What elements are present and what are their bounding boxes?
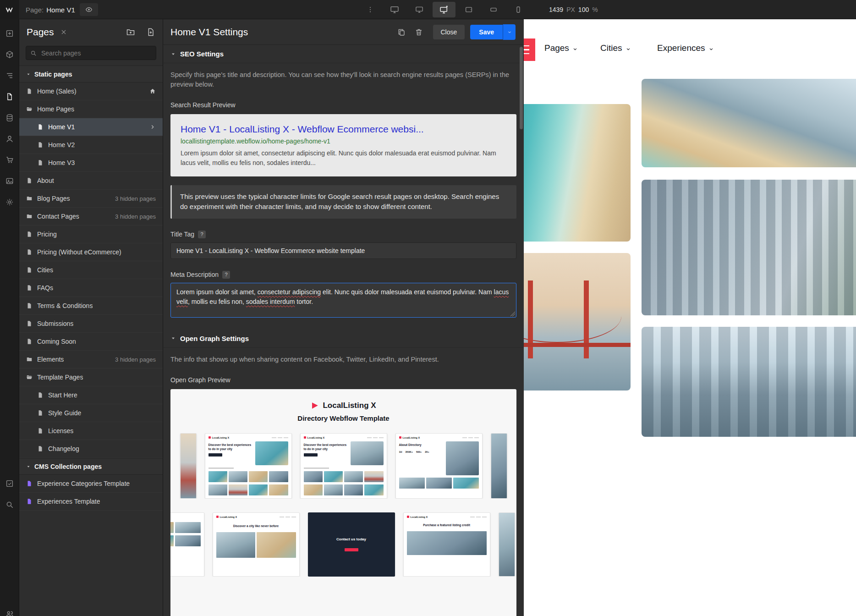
- save-button[interactable]: Save: [470, 25, 503, 39]
- page-item-home-v3[interactable]: Home V3: [19, 154, 163, 172]
- title-tag-input[interactable]: [170, 242, 516, 259]
- breakpoint-desktop-xl[interactable]: [383, 2, 406, 17]
- section-seo-settings[interactable]: SEO Settings: [163, 45, 524, 63]
- new-page-button[interactable]: [146, 28, 155, 37]
- page-icon: [26, 320, 33, 327]
- audit-button[interactable]: [0, 473, 19, 494]
- page-item-home-sales[interactable]: Home (Sales): [19, 82, 163, 100]
- ecommerce-button[interactable]: [0, 149, 19, 170]
- webflow-logo-icon: [5, 5, 14, 14]
- find-button[interactable]: [0, 494, 19, 515]
- page-item-contact-pages[interactable]: Contact Pages 3 hidden pages: [19, 208, 163, 226]
- page-item-start-here[interactable]: Start Here: [19, 386, 163, 404]
- og-thumb-partial: [491, 433, 507, 499]
- hidden-pages-count: 3 hidden pages: [115, 213, 156, 220]
- photo-city-buildings[interactable]: [642, 180, 856, 315]
- page-item-blog-pages[interactable]: Blog Pages 3 hidden pages: [19, 190, 163, 208]
- site-nav-pages[interactable]: Pages: [544, 43, 578, 53]
- chevron-right-icon: [149, 124, 156, 130]
- resize-handle[interactable]: [510, 312, 515, 316]
- scrollbar-thumb[interactable]: [520, 47, 523, 129]
- pages-button[interactable]: [0, 86, 19, 107]
- page-item-pricing-without-ecommerce[interactable]: Pricing (Without eCommerce): [19, 243, 163, 261]
- photo-beach-city[interactable]: [642, 79, 856, 167]
- top-bar: Page: Home V1 1439 PX 100 %: [0, 0, 856, 19]
- page-item-home-pages[interactable]: Home Pages: [19, 100, 163, 118]
- site-nav-cities[interactable]: Cities: [600, 43, 631, 53]
- folder-plus-icon: [126, 28, 135, 37]
- zoom-value[interactable]: 100: [578, 6, 589, 13]
- og-thumb-partial: [499, 512, 515, 577]
- more-options-button[interactable]: [365, 4, 376, 15]
- breakpoint-tablet[interactable]: [457, 2, 480, 17]
- site-nav-experiences[interactable]: Experiences: [657, 43, 714, 53]
- og-thumb-caption: Purchase a featured listing credit: [407, 521, 487, 528]
- webflow-menu-button[interactable]: [0, 0, 19, 19]
- breakpoint-desktop-l[interactable]: [408, 2, 431, 17]
- navigator-button[interactable]: [0, 65, 19, 86]
- copy-icon: [397, 28, 406, 36]
- breakpoint-desktop-default[interactable]: [433, 2, 455, 17]
- misspelled-word: sodales interdum: [246, 298, 295, 305]
- section-cms-collection-pages[interactable]: CMS Collection pages: [19, 458, 163, 475]
- close-button[interactable]: Close: [433, 25, 465, 39]
- delete-page-button[interactable]: [415, 28, 423, 36]
- save-dropdown-button[interactable]: [503, 24, 516, 40]
- page-item-home-v2[interactable]: Home V2: [19, 136, 163, 154]
- section-static-pages[interactable]: Static pages: [19, 66, 163, 82]
- chevron-down-icon: [572, 46, 578, 52]
- page-item-experience-categories-template[interactable]: Experience Categories Template: [19, 475, 163, 493]
- page-icon: [37, 446, 44, 452]
- pages-search: [26, 46, 156, 60]
- page-item-template-pages[interactable]: Template Pages: [19, 368, 163, 386]
- page-icon: [26, 285, 33, 291]
- help-badge[interactable]: ?: [198, 231, 206, 238]
- pages-panel: Pages Static pages Home (Sales) Home Pag…: [19, 19, 163, 616]
- add-elements-button[interactable]: [0, 23, 19, 44]
- folder-open-icon: [26, 106, 33, 112]
- users-button[interactable]: [0, 128, 19, 149]
- page-item-elements[interactable]: Elements 3 hidden pages: [19, 351, 163, 368]
- breakpoint-mobile-portrait[interactable]: [507, 2, 530, 17]
- canvas-width-value[interactable]: 1439: [549, 6, 563, 13]
- page-item-pricing[interactable]: Pricing: [19, 226, 163, 243]
- close-panel-button[interactable]: [60, 29, 67, 35]
- meta-description-textarea[interactable]: Lorem ipsum dolor sit amet, consectetur …: [170, 283, 516, 318]
- duplicate-page-button[interactable]: [397, 28, 406, 36]
- settings-button[interactable]: [0, 192, 19, 213]
- breakpoint-mobile-landscape[interactable]: [482, 2, 505, 17]
- page-item-cities[interactable]: Cities: [19, 261, 163, 279]
- community-button[interactable]: [0, 603, 19, 616]
- page-icon: [37, 124, 44, 130]
- page-item-coming-soon[interactable]: Coming Soon: [19, 333, 163, 351]
- section-open-graph-settings[interactable]: Open Graph Settings: [163, 330, 524, 348]
- page-item-changelog[interactable]: Changelog: [19, 440, 163, 458]
- photo-city-skyline[interactable]: [642, 327, 856, 437]
- page-icon: [37, 392, 44, 398]
- site-nav-label: Experiences: [657, 43, 705, 53]
- page-item-experiences-template[interactable]: Experiences Template: [19, 493, 163, 511]
- og-thumb-caption: About Directory: [399, 443, 444, 447]
- canvas-size-indicator: 1439 PX 100 %: [549, 0, 598, 19]
- plus-icon: [5, 29, 14, 38]
- cms-page-icon: [26, 480, 33, 487]
- preview-toggle-button[interactable]: [80, 3, 98, 16]
- search-input[interactable]: [40, 49, 152, 57]
- assets-button[interactable]: [0, 170, 19, 192]
- page-item-licenses[interactable]: Licenses: [19, 422, 163, 440]
- components-button[interactable]: [0, 44, 19, 65]
- misspelled-word: consectetur adipiscing: [258, 288, 321, 296]
- new-folder-button[interactable]: [126, 28, 135, 37]
- og-thumb: LocalListing X About Directory 1H350K+50…: [395, 433, 483, 499]
- help-badge[interactable]: ?: [222, 271, 230, 279]
- og-thumb-partial: restaurants that you must: [170, 512, 204, 577]
- page-item-style-guide[interactable]: Style Guide: [19, 404, 163, 422]
- page-item-about[interactable]: About: [19, 172, 163, 190]
- og-thumb-caption: Discover a city like never before: [216, 521, 296, 528]
- meta-description-label: Meta Description ?: [170, 271, 516, 279]
- page-item-home-v1[interactable]: Home V1: [19, 118, 163, 136]
- page-item-submissions[interactable]: Submissions: [19, 315, 163, 333]
- page-item-terms-conditions[interactable]: Terms & Conditions: [19, 297, 163, 315]
- cms-button[interactable]: [0, 107, 19, 128]
- page-item-faqs[interactable]: FAQs: [19, 279, 163, 297]
